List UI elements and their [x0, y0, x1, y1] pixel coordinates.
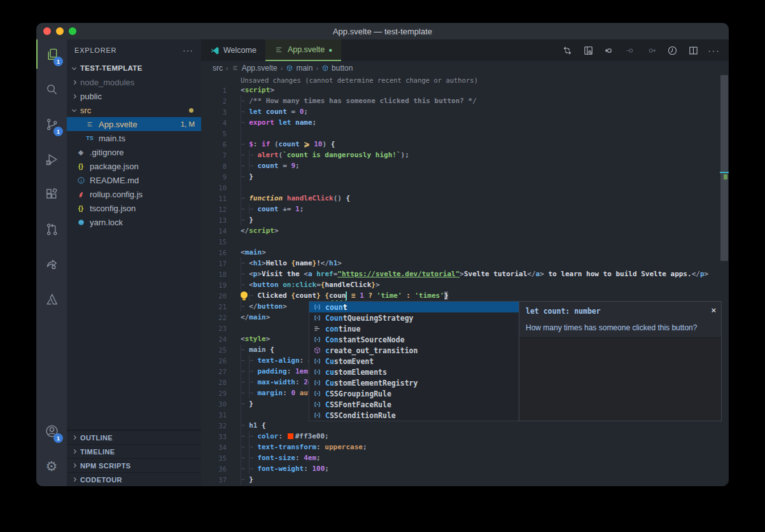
line-number: 27 [201, 368, 227, 375]
code-line-13[interactable]: 13→} [201, 214, 720, 225]
zoom-window-button[interactable] [69, 27, 76, 35]
code-line-37[interactable]: 37→} [201, 474, 720, 485]
code-line-10[interactable]: 10 [201, 182, 720, 193]
tree-item-readme-md[interactable]: README.md [67, 173, 201, 187]
line-number: 20 [201, 292, 227, 300]
symbol-variable-icon [311, 378, 323, 388]
more-actions-icon[interactable]: ··· [706, 42, 722, 59]
code-line-8[interactable]: 8→→count = 9; [201, 160, 720, 171]
code-line-32[interactable]: 32→h1 { [201, 420, 720, 431]
suggestion-customelementregistry[interactable]: CustomElementRegistry [309, 377, 519, 388]
section-outline[interactable]: OUTLINE [67, 430, 201, 444]
code-line-19[interactable]: 19→<button on:click={handleClick}> [201, 279, 720, 290]
close-window-button[interactable] [43, 27, 51, 35]
activity-explorer-icon[interactable]: 1 [36, 39, 67, 69]
file-label: rollup.config.js [90, 190, 143, 199]
activity-extensions-icon[interactable] [36, 179, 67, 209]
chevron-right-icon [72, 477, 76, 482]
title-bar: App.svelte — test-template [36, 23, 729, 39]
code-line-20[interactable]: 20→→Clicked {count} {coun ≡ 1 ? 'time' :… [201, 290, 720, 301]
tree-root-folder[interactable]: TEST-TEMPLATE [67, 61, 201, 75]
suggestion-countqueuingstrategy[interactable]: CountQueuingStrategy [309, 312, 519, 323]
code-line-16[interactable]: 16<main> [201, 247, 720, 258]
suggestion-cssfontfacerule[interactable]: CSSFontFaceRule [309, 399, 519, 410]
tree-item-rollup-config-js[interactable]: rollup.config.js [67, 187, 201, 201]
code-line-1[interactable]: 1<script> [201, 85, 720, 95]
tree-item-node-modules[interactable]: node_modules [67, 75, 201, 89]
symbol-variable-icon [311, 335, 323, 345]
breadcrumb-app-svelte[interactable]: App.svelte [232, 64, 277, 73]
scrollbar-thumb[interactable] [720, 75, 728, 261]
activity-run-debug-icon[interactable] [36, 144, 67, 174]
code-line-9[interactable]: 9→} [201, 171, 720, 182]
suggestion-customelements[interactable]: customElements [309, 367, 519, 377]
line-number: 34 [201, 444, 227, 451]
suggestion-customevent[interactable]: CustomEvent [309, 356, 519, 367]
code-line-12[interactable]: 12→→count += 1; [201, 204, 720, 214]
breadcrumb-button[interactable]: button [321, 64, 353, 73]
code-line-36[interactable]: 36→→font-weight: 100; [201, 463, 720, 474]
tab-app-svelte[interactable]: App.svelte ● [265, 39, 341, 61]
chevron-right-icon [72, 463, 76, 468]
split-editor-icon[interactable] [685, 42, 701, 59]
tree-item-yarn-lock[interactable]: yarn.lock [67, 215, 201, 229]
code-line-4[interactable]: 4→export let name; [201, 117, 720, 128]
timeline-history-icon[interactable] [664, 42, 680, 59]
code-line-3[interactable]: 3→let count = 0; [201, 106, 720, 117]
lightbulb-icon[interactable] [240, 291, 248, 302]
activity-github-pr-icon[interactable] [36, 214, 67, 244]
tree-item-public[interactable]: public [67, 89, 201, 103]
tree-item-app-svelte[interactable]: App.svelte1, M [67, 117, 201, 131]
section-timeline[interactable]: TIMELINE [67, 444, 201, 458]
activity-accounts-icon[interactable]: 1 [36, 416, 67, 445]
breadcrumb-main[interactable]: main [286, 64, 312, 73]
section-npm-scripts[interactable]: NPM SCRIPTS [67, 458, 201, 472]
sidebar-more-actions-icon[interactable]: ··· [183, 45, 193, 55]
tree-item-tsconfig-json[interactable]: {}tsconfig.json [67, 201, 201, 215]
activity-settings-icon[interactable]: ⚙ [36, 451, 67, 480]
activity-bar: 111⚙ [36, 39, 67, 486]
tab-welcome[interactable]: Welcome [201, 39, 265, 61]
code-line-7[interactable]: 7→→alert(`count is dangerously high!`); [201, 150, 720, 160]
code-line-11[interactable]: 11→function handleClick() { [201, 193, 720, 204]
suggestion-continue[interactable]: continue [309, 323, 519, 334]
back-circle-icon[interactable] [601, 42, 617, 59]
code-line-15[interactable]: 15 [201, 236, 720, 247]
line-number: 12 [201, 206, 227, 213]
suggestion-cssgroupingrule[interactable]: CSSGroupingRule [309, 388, 519, 399]
minimize-window-button[interactable] [56, 27, 64, 35]
tree-item--gitignore[interactable]: ◆.gitignore [67, 145, 201, 159]
rollup-icon [76, 189, 86, 199]
code-line-33[interactable]: 33→→color: #ff3e00; [201, 431, 720, 442]
code-line-18[interactable]: 18→<p>Visit the <a href="https://svelte.… [201, 269, 720, 279]
open-changes-icon[interactable] [559, 42, 575, 59]
breadcrumb-src[interactable]: src [213, 64, 223, 73]
code-line-5[interactable]: 5 [201, 128, 720, 139]
activity-source-control-icon[interactable]: 1 [36, 109, 67, 139]
editor-scrollbar[interactable] [720, 75, 729, 484]
code-line-17[interactable]: 17→<h1>Hello {name}!</h1> [201, 258, 720, 269]
symbol-module-icon [311, 346, 323, 356]
code-line-6[interactable]: 6→$: if (count ⩾ 10) { [201, 139, 720, 150]
close-icon[interactable]: × [711, 305, 716, 315]
activity-live-share-icon[interactable] [36, 249, 67, 279]
git-icon: ◆ [76, 147, 86, 157]
activity-azure-icon[interactable] [36, 284, 67, 314]
tab-bar: Welcome App.svelte ● ··· [201, 39, 729, 61]
suggestion-count[interactable]: count [309, 302, 519, 312]
tree-item-package-json[interactable]: {}package.json [67, 159, 201, 173]
code-line-2[interactable]: 2→/** How many times has someone clicked… [201, 95, 720, 106]
tree-item-main-ts[interactable]: TSmain.ts [67, 131, 201, 145]
symbol-variable-icon [311, 367, 323, 377]
suggestion-create_out_transition[interactable]: create_out_transition [309, 345, 519, 356]
suggestion-constantsourcenode[interactable]: ConstantSourceNode [309, 334, 519, 345]
code-editor[interactable]: Unsaved changes (cannot determine recent… [201, 75, 729, 486]
open-preview-icon[interactable] [580, 42, 596, 59]
activity-search-icon[interactable] [36, 74, 67, 104]
tree-item-src[interactable]: src [67, 103, 201, 117]
code-line-14[interactable]: 14</script> [201, 225, 720, 236]
code-line-35[interactable]: 35→→font-size: 4em; [201, 452, 720, 463]
section-codetour[interactable]: CODETOUR [67, 472, 201, 486]
suggestion-cssconditionrule[interactable]: CSSConditionRule [309, 410, 519, 421]
code-line-34[interactable]: 34→→text-transform: uppercase; [201, 442, 720, 452]
